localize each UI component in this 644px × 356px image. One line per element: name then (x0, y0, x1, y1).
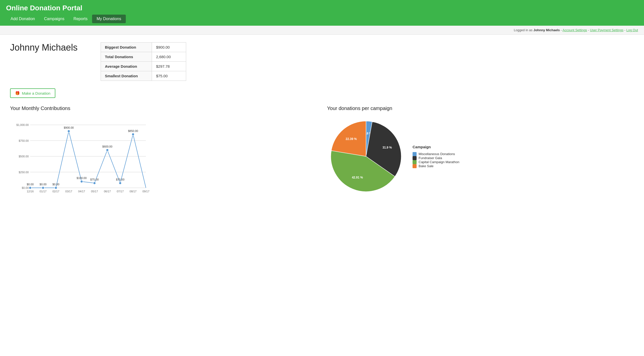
stats-container: Biggest Donation$900.00Total Donations2,… (101, 42, 186, 81)
legend-color (413, 156, 417, 160)
svg-point-22 (42, 187, 44, 189)
svg-text:$75.00: $75.00 (116, 178, 125, 181)
stat-row: Average Donation$297.78 (101, 62, 186, 71)
donate-label: Make a Donation (22, 91, 50, 95)
svg-text:$0.00: $0.00 (39, 183, 47, 186)
svg-text:01/17: 01/17 (39, 190, 47, 193)
stat-row: Total Donations2,680.00 (101, 52, 186, 62)
nav-bar: Add Donation Campaigns Reports My Donati… (6, 15, 638, 23)
stat-label: Smallest Donation (101, 71, 152, 81)
svg-text:08/17: 08/17 (130, 190, 137, 193)
svg-point-36 (132, 133, 134, 136)
stat-row: Biggest Donation$900.00 (101, 43, 186, 52)
legend-color (413, 152, 417, 156)
profile-name: Johnny Michaels (10, 42, 91, 53)
legend-label: Miscellaneous Donations (419, 152, 455, 156)
charts-section: Your Monthly Contributions $1,000.00$750… (10, 105, 634, 201)
svg-point-24 (55, 187, 57, 189)
stat-value: $75.00 (152, 71, 186, 81)
stat-label: Average Donation (101, 62, 152, 71)
nav-add-donation[interactable]: Add Donation (6, 15, 39, 23)
svg-point-32 (106, 149, 109, 151)
line-chart-title: Your Monthly Contributions (10, 105, 317, 111)
username: Johnny Michaels (533, 28, 560, 32)
pie-section: 2.8 %31.9 %42.91 %22.39 % Campaign Misce… (327, 117, 634, 195)
svg-point-28 (80, 180, 83, 183)
pie-chart-svg: 2.8 %31.9 %42.91 %22.39 % (327, 117, 405, 195)
legend-color (413, 164, 417, 168)
log-out-link[interactable]: Log Out (626, 28, 638, 32)
svg-text:$1,000.00: $1,000.00 (16, 123, 29, 126)
pie-legend: Campaign Miscellaneous DonationsFundrais… (413, 145, 459, 168)
stat-row: Smallest Donation$75.00 (101, 71, 186, 81)
donate-button-container: 🎁 Make a Donation (10, 86, 634, 98)
svg-text:$750.00: $750.00 (19, 139, 29, 142)
user-payment-settings-link[interactable]: User Payment Settings (590, 28, 623, 32)
stat-label: Total Donations (101, 52, 152, 62)
svg-text:07/17: 07/17 (117, 190, 124, 193)
svg-text:31.9 %: 31.9 % (382, 146, 392, 149)
svg-text:12/16: 12/16 (27, 190, 34, 193)
legend-label: Bake Sale (419, 164, 433, 168)
svg-text:04/17: 04/17 (78, 190, 85, 193)
user-bar: Logged in as Johnny Michaels - Account S… (0, 26, 644, 35)
line-chart-container: Your Monthly Contributions $1,000.00$750… (10, 105, 317, 201)
legend-label: Fundraiser Gala (419, 156, 442, 160)
line-chart-svg: $1,000.00$750.00$500.00$250.00$0.0012/16… (10, 115, 151, 200)
svg-text:$850.00: $850.00 (128, 129, 138, 132)
header: Online Donation Portal Add Donation Camp… (0, 0, 644, 26)
pie-chart-title: Your donations per campaign (327, 105, 634, 111)
nav-my-donations[interactable]: My Donations (92, 15, 126, 23)
stat-value: $297.78 (152, 62, 186, 71)
svg-text:$600.00: $600.00 (102, 145, 112, 148)
svg-text:42.91 %: 42.91 % (352, 176, 363, 179)
account-settings-link[interactable]: Account Settings (562, 28, 587, 32)
svg-text:22.39 %: 22.39 % (346, 137, 357, 141)
svg-text:$0.00: $0.00 (27, 183, 34, 186)
legend-label: Capital Campaign Marathon (419, 160, 459, 164)
svg-text:$900.00: $900.00 (64, 126, 74, 129)
donate-icon: 🎁 (15, 91, 20, 95)
svg-text:$0.00: $0.00 (22, 186, 29, 189)
svg-text:09/17: 09/17 (142, 190, 149, 193)
stats-table: Biggest Donation$900.00Total Donations2,… (101, 42, 186, 81)
nav-campaigns[interactable]: Campaigns (39, 15, 69, 23)
svg-text:$250.00: $250.00 (19, 171, 29, 174)
svg-text:02/17: 02/17 (52, 190, 59, 193)
svg-text:05/17: 05/17 (91, 190, 98, 193)
legend-item: Bake Sale (413, 164, 459, 168)
top-section: Johnny Michaels Biggest Donation$900.00T… (10, 42, 634, 81)
svg-point-30 (93, 182, 96, 184)
line-chart: $1,000.00$750.00$500.00$250.00$0.0012/16… (10, 115, 151, 201)
legend-title: Campaign (413, 145, 459, 149)
stat-label: Biggest Donation (101, 43, 152, 52)
svg-point-26 (67, 130, 70, 132)
legend-item: Fundraiser Gala (413, 156, 459, 160)
stat-value: 2,680.00 (152, 52, 186, 62)
legend-color (413, 160, 417, 164)
svg-text:$100.00: $100.00 (77, 176, 87, 180)
legend-item: Miscellaneous Donations (413, 152, 459, 156)
svg-text:$500.00: $500.00 (19, 155, 29, 158)
make-donation-button[interactable]: 🎁 Make a Donation (10, 88, 55, 98)
nav-reports[interactable]: Reports (69, 15, 92, 23)
svg-text:$75.00: $75.00 (90, 178, 99, 181)
main-content: Johnny Michaels Biggest Donation$900.00T… (0, 35, 644, 209)
pie-chart-container: Your donations per campaign 2.8 %31.9 %4… (327, 105, 634, 195)
svg-point-20 (29, 187, 31, 189)
svg-text:$0.00: $0.00 (52, 183, 59, 186)
legend-item: Capital Campaign Marathon (413, 160, 459, 164)
stat-value: $900.00 (152, 43, 186, 52)
logged-in-text: Logged in as (514, 28, 533, 32)
app-title: Online Donation Portal (6, 4, 638, 12)
svg-point-34 (119, 182, 122, 184)
svg-text:03/17: 03/17 (65, 190, 72, 193)
user-name: Johnny Michaels (10, 42, 91, 53)
svg-text:06/17: 06/17 (104, 190, 111, 193)
